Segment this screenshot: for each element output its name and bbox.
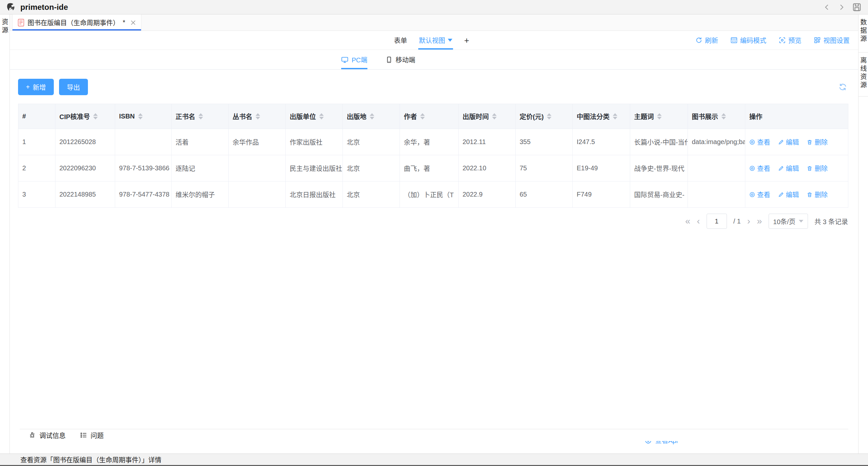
history-back-icon[interactable] [824, 4, 831, 11]
cell-operations: 查看 编辑 删除 [745, 155, 848, 181]
row-edit-button[interactable]: 编辑 [778, 190, 799, 199]
cell-index: 3 [19, 181, 56, 208]
sort-carets-icon[interactable] [547, 113, 552, 119]
page-number-input[interactable] [707, 214, 727, 229]
rail-datasource[interactable]: 数据源 [859, 19, 868, 47]
pagination-prev-icon[interactable]: ‹ [697, 216, 700, 226]
cell-isbn: 978-7-5477-4378 [115, 181, 172, 208]
row-view-button[interactable]: 查看 [749, 164, 770, 173]
column-label: 出版地 [347, 112, 366, 121]
cell-title: 活着 [172, 129, 229, 155]
page-total-indicator: / 1 [734, 217, 741, 225]
column-header-author[interactable]: 作者 [400, 104, 459, 129]
problems-button[interactable]: 问题 [80, 431, 104, 440]
row-view-button[interactable]: 查看 [749, 190, 770, 199]
sort-carets-icon[interactable] [319, 113, 324, 119]
debug-info-button[interactable]: 调试信息 [29, 431, 66, 440]
app-logo-icon [6, 2, 17, 12]
sort-carets-icon[interactable] [613, 113, 617, 119]
tab-form[interactable]: 表单 [394, 31, 407, 50]
pagination-last-icon[interactable]: » [757, 216, 762, 226]
row-delete-button[interactable]: 删除 [807, 137, 828, 147]
device-tabs-row: PC端 移动端 [10, 50, 858, 69]
save-icon[interactable] [852, 3, 862, 12]
sort-carets-icon[interactable] [492, 113, 497, 119]
add-view-button[interactable]: + [464, 36, 469, 45]
sort-carets-icon[interactable] [138, 113, 143, 119]
tab-mobile[interactable]: 移动端 [386, 50, 415, 69]
row-edit-button[interactable]: 编辑 [778, 164, 799, 173]
data-table: # CIP核准号 ISBN 正书名 丛书名 出版单位 出版地 作者 出版时间 定… [18, 104, 848, 208]
column-header-title[interactable]: 正书名 [172, 104, 229, 129]
column-label: 定价(元) [520, 112, 544, 121]
row-delete-button[interactable]: 删除 [807, 190, 828, 199]
table-row: 1 2012265028 活着 余华作品 作家出版社 北京 余华，著 2012.… [19, 129, 848, 155]
export-button-label: 导出 [67, 82, 80, 92]
pagination: « ‹ / 1 › » 10条/页 共 3 条记录 [18, 214, 848, 229]
tab-pc[interactable]: PC端 [341, 50, 367, 69]
code-mode-button[interactable]: 编码模式 [731, 35, 766, 45]
column-label: 出版时间 [463, 112, 489, 121]
close-icon[interactable] [130, 20, 136, 25]
trash-icon [807, 139, 812, 145]
column-header-image[interactable]: 图书展示 [688, 104, 745, 129]
column-label: CIP核准号 [59, 112, 90, 121]
pagination-first-icon[interactable]: « [685, 216, 690, 226]
tab-default-view[interactable]: 默认视图 [419, 31, 453, 50]
cell-author: （加）卜正民（T [400, 181, 459, 208]
column-header-operations: 操作 [745, 104, 848, 129]
row-view-button[interactable]: 查看 [749, 137, 770, 147]
rail-resources[interactable]: 资源 [0, 19, 9, 35]
cell-subject: 战争史-世界-现代 [630, 155, 688, 181]
cell-image [688, 181, 745, 208]
column-label: 丛书名 [232, 112, 252, 121]
view-settings-button[interactable]: 视图设置 [814, 35, 849, 45]
file-tab-bar: 图书在版编目（生命周期事件） * [10, 14, 858, 31]
cell-price: 75 [516, 155, 573, 181]
monitor-icon [341, 56, 348, 63]
caret-down-icon[interactable] [448, 39, 453, 42]
row-delete-button[interactable]: 删除 [807, 164, 828, 173]
row-edit-button[interactable]: 编辑 [778, 137, 799, 147]
sync-refresh-icon[interactable] [838, 83, 847, 91]
column-header-publisher[interactable]: 出版单位 [286, 104, 343, 129]
export-button[interactable]: 导出 [59, 79, 88, 95]
code-mode-label: 编码模式 [740, 35, 766, 45]
rail-offline-resources[interactable]: 离线资源 [859, 57, 868, 91]
column-header-isbn[interactable]: ISBN [115, 104, 172, 129]
column-label: 主题词 [634, 112, 654, 121]
tab-mobile-label: 移动端 [396, 55, 415, 64]
cell-series [229, 181, 286, 208]
history-forward-icon[interactable] [838, 4, 845, 11]
sort-carets-icon[interactable] [255, 113, 260, 119]
sort-carets-icon[interactable] [657, 113, 662, 119]
column-header-place[interactable]: 出版地 [343, 104, 400, 129]
page-size-select[interactable]: 10条/页 [769, 214, 808, 229]
sort-carets-icon[interactable] [420, 113, 425, 119]
column-label: 作者 [404, 112, 417, 121]
pagination-next-icon[interactable]: › [747, 216, 750, 226]
sort-carets-icon[interactable] [721, 113, 726, 119]
column-header-series[interactable]: 丛书名 [229, 104, 286, 129]
file-tab-active[interactable]: 图书在版编目（生命周期事件） * [12, 14, 142, 31]
sort-carets-icon[interactable] [370, 113, 374, 119]
column-header-price[interactable]: 定价(元) [516, 104, 573, 129]
refresh-button[interactable]: 刷新 [695, 35, 718, 45]
preview-button[interactable]: 预览 [779, 35, 801, 45]
sort-carets-icon[interactable] [93, 113, 98, 119]
add-button-label: 新增 [33, 82, 46, 92]
cell-clc: I247.5 [573, 129, 630, 155]
cell-image: data:image/png;base64 [688, 129, 745, 155]
edit-pencil-icon [778, 139, 784, 145]
column-header-clc[interactable]: 中图法分类 [573, 104, 630, 129]
code-mode-icon [731, 37, 738, 43]
cell-author: 曲飞，著 [400, 155, 459, 181]
cell-pubdate: 2022.9 [459, 181, 516, 208]
column-header-cip[interactable]: CIP核准号 [56, 104, 115, 129]
add-button[interactable]: + 新增 [18, 79, 54, 95]
sort-carets-icon[interactable] [198, 113, 203, 119]
column-header-subject[interactable]: 主题词 [630, 104, 688, 129]
row-delete-label: 删除 [814, 137, 828, 147]
file-tab-title: 图书在版编目（生命周期事件） [28, 18, 119, 27]
column-header-pubdate[interactable]: 出版时间 [459, 104, 516, 129]
